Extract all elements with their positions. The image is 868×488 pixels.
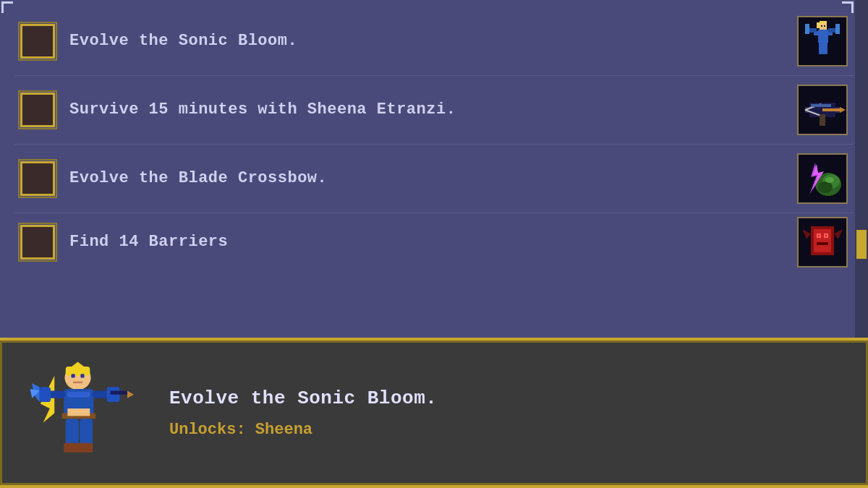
unlock-prefix: Unlocks: [169, 421, 255, 439]
svg-rect-7 [805, 24, 809, 34]
sonic-bloom-svg [799, 18, 846, 64]
achievement-item-sheena[interactable]: Survive 15 minutes with Sheena Etranzi. [14, 76, 854, 145]
svg-rect-36 [818, 235, 820, 236]
character-sprite [17, 355, 148, 471]
character-sprite-svg [25, 357, 140, 469]
crossbow-svg [799, 87, 846, 133]
svg-rect-62 [78, 442, 93, 452]
svg-rect-45 [72, 374, 75, 377]
achievement-item-sonic-bloom[interactable]: Evolve the Sonic Bloom. [14, 7, 854, 76]
achievement-icon-sonic-bloom [797, 16, 848, 67]
svg-marker-58 [127, 390, 134, 398]
svg-rect-3 [818, 30, 828, 43]
achievement-item-blade-crossbow[interactable]: Evolve the Blade Crossbow. [14, 145, 854, 213]
achievement-icon-sheena [797, 85, 848, 135]
achievement-text-sheena: Survive 15 minutes with Sheena Etranzi. [69, 100, 783, 121]
svg-point-27 [818, 181, 833, 193]
svg-rect-23 [811, 104, 831, 107]
svg-rect-13 [821, 25, 822, 27]
achievement-text-sonic-bloom: Evolve the Sonic Bloom. [69, 31, 783, 52]
achievement-checkbox-blade-crossbow[interactable] [20, 161, 55, 196]
svg-rect-60 [80, 419, 93, 447]
svg-rect-37 [825, 235, 827, 236]
achievement-icon-barriers [797, 217, 848, 267]
tooltip-content: Evolve the Sonic Bloom. Unlocks: Sheena [169, 388, 851, 439]
tooltip-unlock: Unlocks: Sheena [169, 421, 851, 439]
achievement-text-blade-crossbow: Evolve the Blade Crossbow. [69, 168, 783, 189]
svg-rect-33 [814, 229, 831, 252]
svg-rect-11 [823, 43, 827, 54]
svg-rect-20 [822, 108, 840, 111]
achievement-checkbox-sheena[interactable] [20, 93, 55, 127]
svg-rect-47 [73, 381, 82, 383]
svg-rect-46 [80, 374, 84, 377]
achievement-checkbox-barriers[interactable] [20, 225, 55, 260]
achievement-text-barriers: Find 14 Barriers [69, 232, 783, 253]
achievement-item-barriers[interactable]: Find 14 Barriers [14, 213, 854, 271]
svg-rect-61 [64, 442, 79, 452]
svg-rect-22 [820, 114, 825, 126]
svg-rect-38 [817, 242, 828, 245]
achievement-icon-blade-crossbow [797, 153, 848, 204]
tooltip-panel: Evolve the Sonic Bloom. Unlocks: Sheena [0, 338, 868, 488]
svg-rect-57 [111, 390, 127, 394]
achievement-checkbox-sonic-bloom[interactable] [20, 24, 55, 59]
svg-rect-9 [835, 24, 840, 34]
barriers-svg [799, 219, 846, 265]
svg-rect-10 [819, 43, 823, 54]
tooltip-title: Evolve the Sonic Bloom. [169, 388, 851, 409]
achievement-list: Evolve the Sonic Bloom. [0, 0, 868, 338]
svg-rect-14 [824, 25, 825, 27]
svg-rect-59 [66, 419, 79, 447]
main-panel: Evolve the Sonic Bloom. [0, 0, 868, 488]
blade-crossbow-svg [799, 155, 846, 202]
svg-rect-49 [67, 391, 90, 397]
svg-rect-44 [66, 366, 90, 375]
unlock-value: Sheena [255, 421, 312, 439]
scrollbar-thumb[interactable] [856, 230, 867, 259]
svg-rect-52 [40, 387, 51, 402]
svg-point-30 [825, 177, 834, 183]
svg-rect-63 [67, 408, 90, 416]
